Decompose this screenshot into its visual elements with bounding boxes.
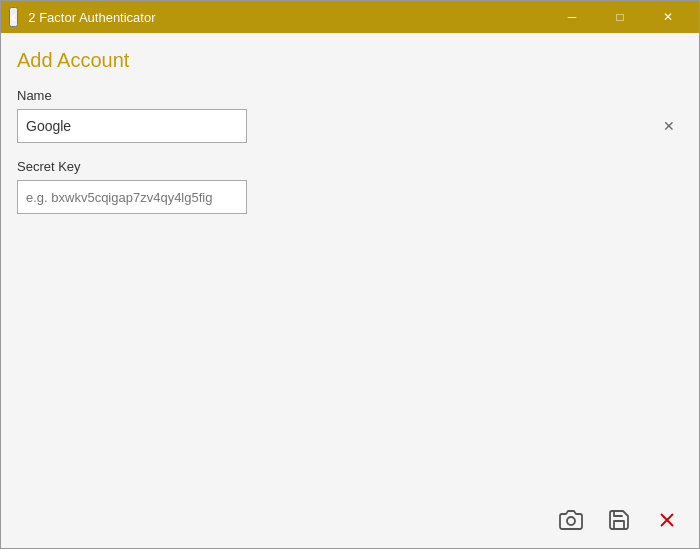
camera-button[interactable] [551,500,591,540]
app-window: ‹ 2 Factor Authenticator ─ □ ✕ Add Accou… [0,0,700,549]
content-area: Add Account Name ✕ Secret Key [1,33,699,548]
window-controls: ─ □ ✕ [549,1,691,33]
titlebar: ‹ 2 Factor Authenticator ─ □ ✕ [1,1,699,33]
secret-input[interactable] [17,180,247,214]
save-icon [607,508,631,532]
secret-label: Secret Key [17,159,683,174]
maximize-button[interactable]: □ [597,1,643,33]
name-input[interactable] [17,109,247,143]
minimize-button[interactable]: ─ [549,1,595,33]
name-label: Name [17,88,683,103]
window-title: 2 Factor Authenticator [28,10,549,25]
save-button[interactable] [599,500,639,540]
delete-button[interactable] [647,500,687,540]
delete-icon [656,509,678,531]
secret-field-wrapper [17,180,683,214]
name-field-wrapper: ✕ [17,109,683,143]
svg-point-0 [567,517,575,525]
page-title: Add Account [17,49,683,72]
clear-name-button[interactable]: ✕ [661,117,677,135]
back-button[interactable]: ‹ [9,7,18,27]
close-button[interactable]: ✕ [645,1,691,33]
bottom-toolbar [551,500,687,540]
camera-icon [559,508,583,532]
